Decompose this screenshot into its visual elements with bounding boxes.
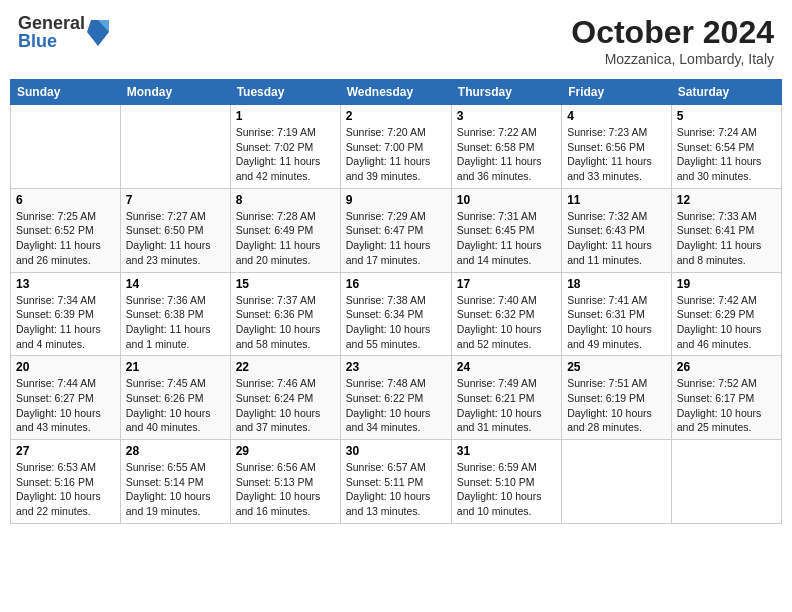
calendar-cell: 14Sunrise: 7:36 AMSunset: 6:38 PMDayligh… xyxy=(120,272,230,356)
calendar-cell: 2Sunrise: 7:20 AMSunset: 7:00 PMDaylight… xyxy=(340,105,451,189)
calendar-header-friday: Friday xyxy=(562,80,672,105)
day-number: 31 xyxy=(457,444,556,458)
day-number: 18 xyxy=(567,277,666,291)
calendar-header-thursday: Thursday xyxy=(451,80,561,105)
calendar-cell: 23Sunrise: 7:48 AMSunset: 6:22 PMDayligh… xyxy=(340,356,451,440)
calendar-cell: 25Sunrise: 7:51 AMSunset: 6:19 PMDayligh… xyxy=(562,356,672,440)
calendar-cell: 8Sunrise: 7:28 AMSunset: 6:49 PMDaylight… xyxy=(230,188,340,272)
day-info: Sunrise: 7:49 AMSunset: 6:21 PMDaylight:… xyxy=(457,376,556,435)
calendar-week-row: 20Sunrise: 7:44 AMSunset: 6:27 PMDayligh… xyxy=(11,356,782,440)
calendar-week-row: 27Sunrise: 6:53 AMSunset: 5:16 PMDayligh… xyxy=(11,440,782,524)
month-title: October 2024 xyxy=(571,14,774,51)
calendar-cell xyxy=(562,440,672,524)
day-number: 25 xyxy=(567,360,666,374)
calendar-cell: 30Sunrise: 6:57 AMSunset: 5:11 PMDayligh… xyxy=(340,440,451,524)
calendar-cell: 9Sunrise: 7:29 AMSunset: 6:47 PMDaylight… xyxy=(340,188,451,272)
day-number: 20 xyxy=(16,360,115,374)
day-number: 17 xyxy=(457,277,556,291)
day-info: Sunrise: 7:46 AMSunset: 6:24 PMDaylight:… xyxy=(236,376,335,435)
day-info: Sunrise: 6:57 AMSunset: 5:11 PMDaylight:… xyxy=(346,460,446,519)
day-number: 29 xyxy=(236,444,335,458)
day-number: 7 xyxy=(126,193,225,207)
day-number: 30 xyxy=(346,444,446,458)
day-info: Sunrise: 7:23 AMSunset: 6:56 PMDaylight:… xyxy=(567,125,666,184)
calendar-cell: 18Sunrise: 7:41 AMSunset: 6:31 PMDayligh… xyxy=(562,272,672,356)
day-info: Sunrise: 7:28 AMSunset: 6:49 PMDaylight:… xyxy=(236,209,335,268)
calendar-cell: 28Sunrise: 6:55 AMSunset: 5:14 PMDayligh… xyxy=(120,440,230,524)
day-number: 14 xyxy=(126,277,225,291)
calendar-header-wednesday: Wednesday xyxy=(340,80,451,105)
day-number: 6 xyxy=(16,193,115,207)
calendar-cell: 6Sunrise: 7:25 AMSunset: 6:52 PMDaylight… xyxy=(11,188,121,272)
day-info: Sunrise: 7:40 AMSunset: 6:32 PMDaylight:… xyxy=(457,293,556,352)
calendar-header-saturday: Saturday xyxy=(671,80,781,105)
calendar-header-tuesday: Tuesday xyxy=(230,80,340,105)
calendar-cell: 20Sunrise: 7:44 AMSunset: 6:27 PMDayligh… xyxy=(11,356,121,440)
day-number: 13 xyxy=(16,277,115,291)
day-number: 10 xyxy=(457,193,556,207)
day-info: Sunrise: 6:59 AMSunset: 5:10 PMDaylight:… xyxy=(457,460,556,519)
calendar-cell: 15Sunrise: 7:37 AMSunset: 6:36 PMDayligh… xyxy=(230,272,340,356)
calendar-table: SundayMondayTuesdayWednesdayThursdayFrid… xyxy=(10,79,782,524)
logo-general: General xyxy=(18,14,85,32)
calendar-cell: 27Sunrise: 6:53 AMSunset: 5:16 PMDayligh… xyxy=(11,440,121,524)
day-info: Sunrise: 6:53 AMSunset: 5:16 PMDaylight:… xyxy=(16,460,115,519)
day-info: Sunrise: 7:25 AMSunset: 6:52 PMDaylight:… xyxy=(16,209,115,268)
day-info: Sunrise: 6:55 AMSunset: 5:14 PMDaylight:… xyxy=(126,460,225,519)
calendar-cell: 24Sunrise: 7:49 AMSunset: 6:21 PMDayligh… xyxy=(451,356,561,440)
calendar-header-row: SundayMondayTuesdayWednesdayThursdayFrid… xyxy=(11,80,782,105)
day-number: 19 xyxy=(677,277,776,291)
day-number: 12 xyxy=(677,193,776,207)
calendar-cell: 11Sunrise: 7:32 AMSunset: 6:43 PMDayligh… xyxy=(562,188,672,272)
calendar-week-row: 6Sunrise: 7:25 AMSunset: 6:52 PMDaylight… xyxy=(11,188,782,272)
day-number: 22 xyxy=(236,360,335,374)
calendar-cell: 4Sunrise: 7:23 AMSunset: 6:56 PMDaylight… xyxy=(562,105,672,189)
day-info: Sunrise: 7:29 AMSunset: 6:47 PMDaylight:… xyxy=(346,209,446,268)
day-info: Sunrise: 7:33 AMSunset: 6:41 PMDaylight:… xyxy=(677,209,776,268)
logo-blue: Blue xyxy=(18,32,85,50)
calendar-week-row: 13Sunrise: 7:34 AMSunset: 6:39 PMDayligh… xyxy=(11,272,782,356)
day-number: 21 xyxy=(126,360,225,374)
calendar-header-monday: Monday xyxy=(120,80,230,105)
day-number: 11 xyxy=(567,193,666,207)
day-number: 28 xyxy=(126,444,225,458)
day-info: Sunrise: 7:20 AMSunset: 7:00 PMDaylight:… xyxy=(346,125,446,184)
calendar-cell: 17Sunrise: 7:40 AMSunset: 6:32 PMDayligh… xyxy=(451,272,561,356)
calendar-cell: 13Sunrise: 7:34 AMSunset: 6:39 PMDayligh… xyxy=(11,272,121,356)
calendar-cell: 7Sunrise: 7:27 AMSunset: 6:50 PMDaylight… xyxy=(120,188,230,272)
calendar-cell: 21Sunrise: 7:45 AMSunset: 6:26 PMDayligh… xyxy=(120,356,230,440)
day-info: Sunrise: 7:51 AMSunset: 6:19 PMDaylight:… xyxy=(567,376,666,435)
day-number: 24 xyxy=(457,360,556,374)
day-number: 9 xyxy=(346,193,446,207)
day-number: 27 xyxy=(16,444,115,458)
calendar-body: 1Sunrise: 7:19 AMSunset: 7:02 PMDaylight… xyxy=(11,105,782,524)
day-number: 8 xyxy=(236,193,335,207)
day-number: 23 xyxy=(346,360,446,374)
day-info: Sunrise: 7:36 AMSunset: 6:38 PMDaylight:… xyxy=(126,293,225,352)
day-info: Sunrise: 7:42 AMSunset: 6:29 PMDaylight:… xyxy=(677,293,776,352)
day-info: Sunrise: 7:44 AMSunset: 6:27 PMDaylight:… xyxy=(16,376,115,435)
calendar-cell: 16Sunrise: 7:38 AMSunset: 6:34 PMDayligh… xyxy=(340,272,451,356)
calendar-cell: 12Sunrise: 7:33 AMSunset: 6:41 PMDayligh… xyxy=(671,188,781,272)
calendar-cell: 3Sunrise: 7:22 AMSunset: 6:58 PMDaylight… xyxy=(451,105,561,189)
calendar-cell: 5Sunrise: 7:24 AMSunset: 6:54 PMDaylight… xyxy=(671,105,781,189)
calendar-cell xyxy=(11,105,121,189)
calendar-week-row: 1Sunrise: 7:19 AMSunset: 7:02 PMDaylight… xyxy=(11,105,782,189)
day-number: 26 xyxy=(677,360,776,374)
title-block: October 2024 Mozzanica, Lombardy, Italy xyxy=(571,14,774,67)
calendar-cell xyxy=(120,105,230,189)
day-info: Sunrise: 7:52 AMSunset: 6:17 PMDaylight:… xyxy=(677,376,776,435)
calendar-header-sunday: Sunday xyxy=(11,80,121,105)
day-info: Sunrise: 7:24 AMSunset: 6:54 PMDaylight:… xyxy=(677,125,776,184)
day-number: 16 xyxy=(346,277,446,291)
day-number: 5 xyxy=(677,109,776,123)
day-info: Sunrise: 7:34 AMSunset: 6:39 PMDaylight:… xyxy=(16,293,115,352)
day-info: Sunrise: 7:37 AMSunset: 6:36 PMDaylight:… xyxy=(236,293,335,352)
day-info: Sunrise: 6:56 AMSunset: 5:13 PMDaylight:… xyxy=(236,460,335,519)
day-info: Sunrise: 7:27 AMSunset: 6:50 PMDaylight:… xyxy=(126,209,225,268)
calendar-cell: 10Sunrise: 7:31 AMSunset: 6:45 PMDayligh… xyxy=(451,188,561,272)
day-info: Sunrise: 7:19 AMSunset: 7:02 PMDaylight:… xyxy=(236,125,335,184)
day-info: Sunrise: 7:32 AMSunset: 6:43 PMDaylight:… xyxy=(567,209,666,268)
calendar-cell: 29Sunrise: 6:56 AMSunset: 5:13 PMDayligh… xyxy=(230,440,340,524)
page-header: General Blue October 2024 Mozzanica, Lom… xyxy=(10,10,782,71)
